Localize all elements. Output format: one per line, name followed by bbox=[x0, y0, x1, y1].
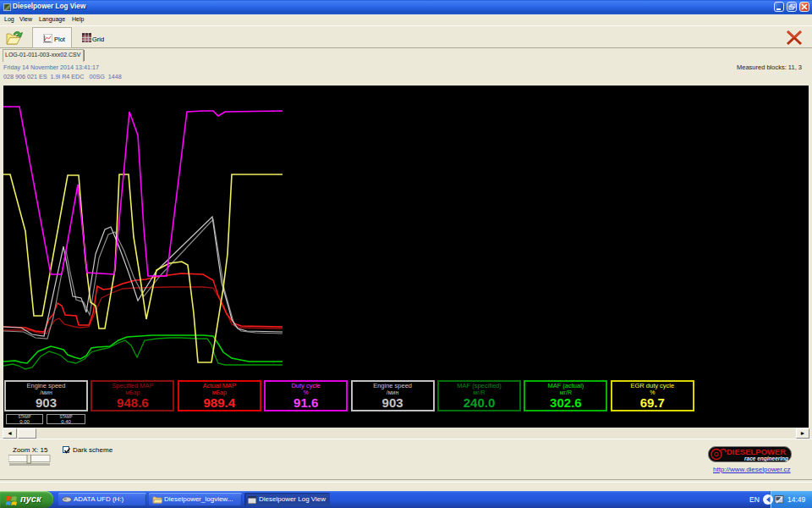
svg-text:race engineering: race engineering bbox=[744, 456, 788, 462]
